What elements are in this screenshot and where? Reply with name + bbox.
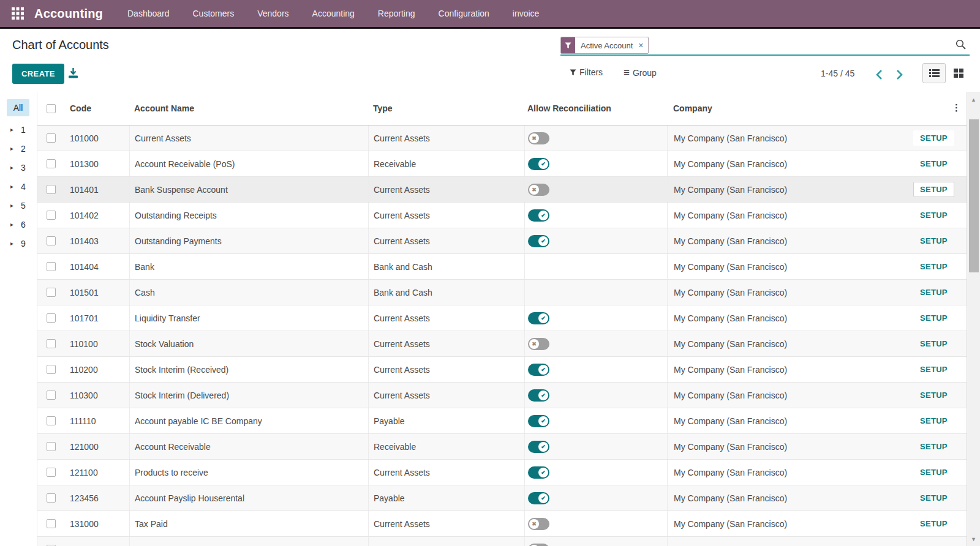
row-checkbox[interactable]: [47, 493, 56, 503]
caret-right-icon[interactable]: ▸: [10, 202, 17, 209]
list-view-button[interactable]: [922, 63, 946, 83]
export-download-icon[interactable]: [67, 67, 79, 79]
row-checkbox[interactable]: [47, 391, 56, 400]
setup-button[interactable]: SETUP: [913, 182, 954, 197]
setup-button[interactable]: SETUP: [913, 465, 954, 480]
setup-button[interactable]: SETUP: [913, 285, 954, 300]
reconciliation-toggle[interactable]: ✖: [528, 544, 549, 546]
sidebar-group-2[interactable]: ▸2: [0, 139, 37, 158]
scrollbar-down-icon[interactable]: ▼: [967, 536, 980, 542]
reconciliation-toggle[interactable]: ✔: [528, 466, 549, 479]
setup-button[interactable]: SETUP: [913, 233, 954, 249]
header-code[interactable]: Code: [65, 103, 129, 113]
group-by-button[interactable]: ≡ Group: [624, 67, 657, 78]
sidebar-group-4[interactable]: ▸4: [0, 177, 37, 196]
reconciliation-toggle[interactable]: ✔: [528, 158, 549, 170]
nav-item-dashboard[interactable]: Dashboard: [127, 9, 170, 18]
table-row[interactable]: 101401 Bank Suspense Account Current Ass…: [37, 177, 967, 203]
create-button[interactable]: CREATE: [12, 64, 64, 84]
nav-item-configuration[interactable]: Configuration: [439, 9, 489, 18]
table-row[interactable]: 111110 Account payable IC BE Company Pay…: [37, 408, 967, 434]
table-row[interactable]: 101402 Outstanding Receipts Current Asse…: [37, 203, 967, 228]
header-allow-reconciliation[interactable]: Allow Reconciliation: [524, 92, 667, 125]
kanban-view-button[interactable]: [947, 63, 970, 83]
reconciliation-toggle[interactable]: ✔: [528, 415, 549, 427]
sidebar-group-5[interactable]: ▸5: [0, 196, 37, 215]
table-row[interactable]: 101300 Account Receivable (PoS) Receivab…: [37, 151, 967, 177]
column-options-kebab-icon[interactable]: ⋮: [952, 103, 961, 113]
table-row[interactable]: 121000 Account Receivable Receivable ✔ M…: [37, 434, 967, 460]
table-row[interactable]: 101701 Liquidity Transfer Current Assets…: [37, 305, 967, 331]
reconciliation-toggle[interactable]: ✖: [528, 518, 549, 530]
table-row[interactable]: 101404 Bank Bank and Cash My Company (Sa…: [37, 254, 967, 280]
setup-button[interactable]: SETUP: [913, 208, 954, 223]
reconciliation-toggle[interactable]: ✖: [528, 184, 549, 196]
caret-right-icon[interactable]: ▸: [10, 126, 17, 133]
header-type[interactable]: Type: [368, 92, 524, 125]
row-checkbox[interactable]: [47, 211, 56, 220]
reconciliation-toggle[interactable]: ✔: [528, 389, 549, 402]
sidebar-group-all[interactable]: All: [7, 99, 29, 116]
row-checkbox[interactable]: [47, 262, 56, 271]
reconciliation-toggle[interactable]: ✔: [528, 209, 549, 222]
setup-button[interactable]: SETUP: [913, 259, 954, 274]
row-checkbox[interactable]: [47, 133, 56, 143]
row-checkbox[interactable]: [47, 313, 56, 323]
setup-button[interactable]: SETUP: [913, 336, 954, 351]
row-checkbox[interactable]: [47, 159, 56, 168]
reconciliation-toggle[interactable]: ✔: [528, 235, 549, 247]
setup-button[interactable]: SETUP: [913, 490, 954, 506]
search-input-underline[interactable]: [560, 54, 970, 56]
table-row[interactable]: 110300 Stock Interim (Delivered) Current…: [37, 383, 967, 408]
caret-right-icon[interactable]: ▸: [10, 164, 17, 171]
table-row[interactable]: 101000 Current Assets Current Assets ✖ M…: [37, 125, 967, 151]
reconciliation-toggle[interactable]: ✔: [528, 364, 549, 376]
setup-button[interactable]: SETUP: [913, 439, 954, 454]
pager-previous-icon[interactable]: [871, 67, 887, 83]
table-row[interactable]: 101501 Cash Bank and Cash My Company (Sa…: [37, 280, 967, 305]
reconciliation-toggle[interactable]: ✖: [528, 132, 549, 144]
vertical-scrollbar[interactable]: ▲ ▼: [967, 92, 980, 546]
row-checkbox[interactable]: [47, 185, 56, 194]
nav-item-invoice[interactable]: invoice: [513, 9, 540, 18]
table-row[interactable]: 110200 Stock Interim (Received) Current …: [37, 357, 967, 383]
table-row[interactable]: 131000 Tax Paid Current Assets ✖ My Comp…: [37, 511, 967, 537]
row-checkbox[interactable]: [47, 519, 56, 528]
caret-right-icon[interactable]: ▸: [10, 221, 17, 228]
row-checkbox[interactable]: [47, 339, 56, 348]
select-all-checkbox[interactable]: [47, 104, 56, 113]
pager-next-icon[interactable]: [891, 67, 907, 83]
table-row[interactable]: 110100 Stock Valuation Current Assets ✖ …: [37, 331, 967, 357]
row-checkbox[interactable]: [47, 288, 56, 297]
table-row[interactable]: ✖: [37, 537, 967, 546]
caret-right-icon[interactable]: ▸: [10, 183, 17, 190]
row-checkbox[interactable]: [47, 236, 56, 245]
setup-button[interactable]: SETUP: [913, 516, 954, 531]
nav-item-vendors[interactable]: Vendors: [257, 9, 288, 18]
reconciliation-toggle[interactable]: ✔: [528, 492, 549, 504]
sidebar-group-9[interactable]: ▸9: [0, 234, 37, 253]
header-company[interactable]: Company: [667, 92, 913, 125]
row-checkbox[interactable]: [47, 365, 56, 374]
sidebar-group-1[interactable]: ▸1: [0, 120, 37, 139]
reconciliation-toggle[interactable]: ✔: [528, 441, 549, 453]
facet-remove-icon[interactable]: ×: [637, 37, 648, 53]
table-row[interactable]: 123456 Account Payslip Houserental Payab…: [37, 485, 967, 511]
reconciliation-toggle[interactable]: ✔: [528, 312, 549, 324]
nav-item-customers[interactable]: Customers: [193, 9, 235, 18]
sidebar-group-6[interactable]: ▸6: [0, 215, 37, 234]
setup-button[interactable]: SETUP: [913, 130, 954, 146]
setup-button[interactable]: SETUP: [913, 310, 954, 326]
setup-button[interactable]: SETUP: [913, 156, 954, 171]
setup-button[interactable]: SETUP: [913, 362, 954, 377]
scrollbar-up-icon[interactable]: ▲: [967, 97, 980, 103]
scrollbar-thumb[interactable]: [969, 119, 979, 272]
row-checkbox[interactable]: [47, 468, 56, 477]
header-account-name[interactable]: Account Name: [129, 92, 368, 125]
nav-item-reporting[interactable]: Reporting: [378, 9, 415, 18]
setup-button[interactable]: SETUP: [913, 387, 954, 403]
row-checkbox[interactable]: [47, 416, 56, 425]
row-checkbox[interactable]: [47, 442, 56, 451]
caret-right-icon[interactable]: ▸: [10, 240, 17, 247]
table-row[interactable]: 101403 Outstanding Payments Current Asse…: [37, 228, 967, 254]
